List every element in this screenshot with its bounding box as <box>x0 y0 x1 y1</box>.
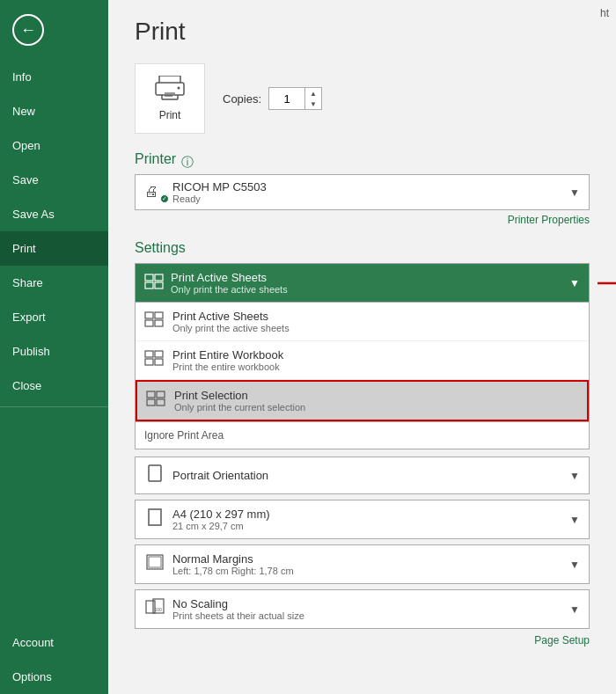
svg-rect-26 <box>147 555 163 569</box>
option-active-sheets-text: Print Active Sheets Only print the activ… <box>172 310 290 333</box>
printer-icon-container: 🖨 ✓ <box>144 184 165 201</box>
scaling-title: No Scaling <box>172 597 304 610</box>
svg-text:100: 100 <box>155 607 163 612</box>
svg-point-3 <box>178 87 180 90</box>
page-title: Print <box>135 18 590 46</box>
ready-badge: ✓ <box>160 194 169 203</box>
svg-rect-14 <box>145 320 153 326</box>
svg-rect-21 <box>157 391 165 398</box>
spinner-arrows: ▲ ▼ <box>304 88 321 109</box>
sidebar-item-close[interactable]: Close <box>0 369 108 403</box>
option-entire-workbook[interactable]: Print Entire Workbook Print the entire w… <box>136 341 589 380</box>
copies-spinner[interactable]: ▲ ▼ <box>268 87 322 110</box>
sidebar-item-publish[interactable]: Publish <box>0 334 108 369</box>
ignore-print-area[interactable]: Ignore Print Area <box>135 422 590 449</box>
printer-header: Printer ⓘ <box>135 151 590 174</box>
sidebar-item-options[interactable]: Options <box>0 660 108 694</box>
sidebar-item-info[interactable]: Info <box>0 60 108 94</box>
printer-info: 🖨 ✓ RICOH MP C5503 Ready <box>144 180 267 204</box>
dropdown-expanded: Print Active Sheets Only print the activ… <box>135 303 590 422</box>
copies-down-arrow[interactable]: ▼ <box>305 99 321 109</box>
paper-size-title: A4 (210 x 297 mm) <box>172 508 270 521</box>
paper-size-icon <box>144 508 165 530</box>
svg-rect-22 <box>147 399 155 405</box>
print-top-section: Print Copies: ▲ ▼ <box>135 63 590 134</box>
page-setup-link[interactable]: Page Setup <box>135 634 590 647</box>
svg-rect-24 <box>149 465 161 481</box>
sidebar-divider <box>0 406 108 407</box>
margins-sub: Left: 1,78 cm Right: 1,78 cm <box>172 566 294 576</box>
svg-rect-25 <box>149 509 161 525</box>
opt-entire-workbook-title: Print Entire Workbook <box>172 348 283 362</box>
option-selection-text: Print Selection Only print the current s… <box>174 389 305 413</box>
sidebar-item-new[interactable]: New <box>0 94 108 128</box>
print-sheets-dropdown[interactable]: Print Active Sheets Only print the activ… <box>135 263 590 303</box>
orientation-row[interactable]: Portrait Orientation ▼ <box>135 457 590 494</box>
margins-row[interactable]: Normal Margins Left: 1,78 cm Right: 1,78… <box>135 544 590 584</box>
scaling-info: 100 No Scaling Print sheets at their act… <box>144 597 304 621</box>
paper-size-arrow-icon: ▼ <box>569 514 580 526</box>
svg-rect-20 <box>147 391 155 398</box>
printer-dropdown-arrow-icon: ▼ <box>569 186 580 199</box>
printer-status: Ready <box>172 194 267 204</box>
svg-rect-17 <box>155 351 163 357</box>
margins-text: Normal Margins Left: 1,78 cm Right: 1,78… <box>172 552 294 576</box>
printer-selector[interactable]: 🖨 ✓ RICOH MP C5503 Ready ▼ <box>135 174 590 210</box>
copies-label: Copies: <box>223 92 261 106</box>
option-active-sheets-icon <box>144 311 165 332</box>
scaling-row[interactable]: 100 No Scaling Print sheets at their act… <box>135 589 590 629</box>
sidebar-item-export[interactable]: Export <box>0 300 108 334</box>
dropdown-subtitle: Only print the active sheets <box>171 284 288 295</box>
option-entire-workbook-text: Print Entire Workbook Print the entire w… <box>172 348 283 372</box>
paper-size-row[interactable]: A4 (210 x 297 mm) 21 cm x 29,7 cm ▼ <box>135 500 590 539</box>
copies-up-arrow[interactable]: ▲ <box>305 88 321 99</box>
settings-section-title: Settings <box>135 240 590 256</box>
sidebar-item-open[interactable]: Open <box>0 128 108 163</box>
opt-active-sheets-title: Print Active Sheets <box>172 310 290 323</box>
ht-label: ht <box>600 7 609 19</box>
scaling-arrow-icon: ▼ <box>569 603 580 616</box>
print-button[interactable]: Print <box>135 63 205 134</box>
active-sheets-icon <box>144 274 164 293</box>
main-content: ht Print Print Copies: ▲ <box>108 0 616 694</box>
dropdown-text: Print Active Sheets Only print the activ… <box>171 271 288 295</box>
orientation-text: Portrait Orientation <box>172 469 268 482</box>
sidebar-item-share[interactable]: Share <box>0 266 108 300</box>
option-active-sheets[interactable]: Print Active Sheets Only print the activ… <box>136 303 589 341</box>
printer-properties-link[interactable]: Printer Properties <box>135 214 590 226</box>
svg-rect-16 <box>145 351 153 357</box>
scaling-icon: 100 <box>144 598 165 620</box>
sidebar: ← Info New Open Save Save As Print Share… <box>0 0 108 694</box>
svg-rect-6 <box>145 274 153 281</box>
orientation-icon <box>144 464 165 486</box>
opt-active-sheets-sub: Only print the active sheets <box>172 323 290 333</box>
svg-rect-19 <box>155 359 163 365</box>
settings-dropdown-arrow-icon: ▼ <box>569 277 580 289</box>
sidebar-item-print[interactable]: Print <box>0 231 108 266</box>
printer-name: RICOH MP C5503 <box>172 180 267 194</box>
margins-arrow-icon: ▼ <box>569 559 580 571</box>
sidebar-bottom: Account Options <box>0 625 108 694</box>
margins-icon <box>144 554 165 574</box>
option-selection[interactable]: Print Selection Only print the current s… <box>136 380 589 421</box>
printer-section-title: Printer <box>135 151 176 167</box>
back-button[interactable]: ← <box>0 0 108 60</box>
paper-size-info: A4 (210 x 297 mm) 21 cm x 29,7 cm <box>144 508 270 531</box>
svg-rect-27 <box>149 557 161 567</box>
annotation-arrow <box>598 274 616 292</box>
info-icon[interactable]: ⓘ <box>181 155 194 171</box>
sidebar-item-save-as[interactable]: Save As <box>0 197 108 231</box>
svg-rect-9 <box>155 282 163 289</box>
margins-info: Normal Margins Left: 1,78 cm Right: 1,78… <box>144 552 294 576</box>
back-circle-icon: ← <box>12 14 44 46</box>
svg-rect-8 <box>145 282 153 289</box>
svg-rect-13 <box>155 312 163 318</box>
svg-rect-23 <box>157 399 165 405</box>
printer-small-icon: 🖨 <box>144 184 158 199</box>
copies-section: Copies: ▲ ▼ <box>223 87 322 110</box>
opt-entire-workbook-sub: Print the entire workbook <box>172 362 283 372</box>
sidebar-item-account[interactable]: Account <box>0 625 108 660</box>
orientation-arrow-icon: ▼ <box>569 470 580 482</box>
sidebar-item-save[interactable]: Save <box>0 163 108 197</box>
copies-input[interactable] <box>269 88 304 109</box>
